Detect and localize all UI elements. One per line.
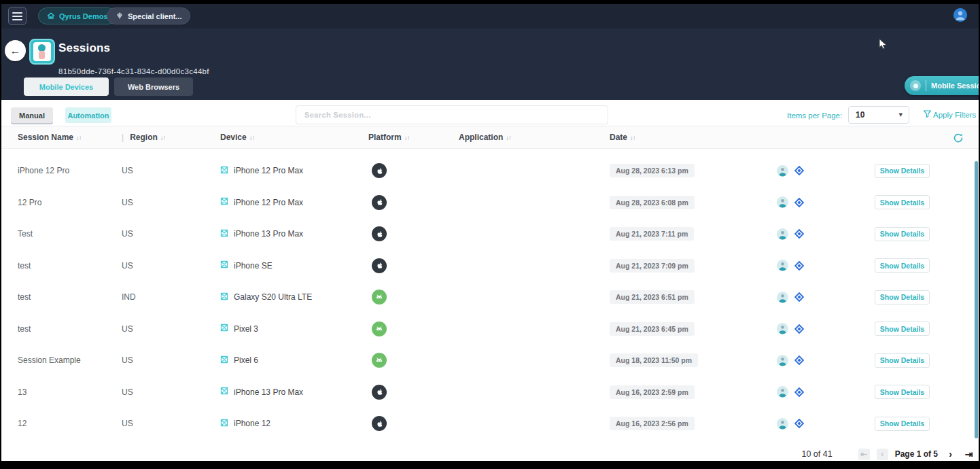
tab-manual[interactable]: Manual <box>11 107 53 123</box>
show-details-button[interactable]: Show Details <box>875 417 930 431</box>
session-diamond-icon[interactable] <box>794 228 805 239</box>
refresh-icon[interactable] <box>953 133 964 146</box>
session-user-icon[interactable] <box>777 292 788 303</box>
session-diamond-icon[interactable] <box>794 387 805 398</box>
sort-icon[interactable]: ↓↑ <box>76 134 82 141</box>
table-row: testUSiPhone SEAug 21, 2023 7:09 pmShow … <box>1 250 979 282</box>
row-actions <box>773 355 841 366</box>
client-pill[interactable]: Special client... <box>107 7 190 24</box>
sort-icon[interactable]: ↓↑ <box>630 134 635 141</box>
session-diamond-icon[interactable] <box>794 165 805 176</box>
next-page-icon[interactable]: › <box>945 449 956 460</box>
row-actions <box>773 292 841 303</box>
last-page-icon[interactable]: ⇥ <box>963 449 975 460</box>
tab-automation[interactable]: Automation <box>65 107 111 123</box>
region-cell: US <box>122 229 220 239</box>
sort-icon[interactable]: ↓↑ <box>249 134 255 141</box>
details-cell: Show Details <box>841 164 979 178</box>
table-row: iPhone 12 ProUSiPhone 12 Pro MaxAug 28, … <box>1 155 979 187</box>
column-label: Platform <box>368 133 402 142</box>
details-cell: Show Details <box>841 195 979 209</box>
device-frame-icon <box>220 260 228 271</box>
session-diamond-icon[interactable] <box>794 260 805 271</box>
first-page-icon[interactable]: ⇤ <box>858 449 870 460</box>
column-label: Date <box>610 133 627 142</box>
session-name-cell: Test <box>18 229 122 239</box>
session-user-icon[interactable] <box>777 418 788 430</box>
device-frame-icon <box>220 355 228 366</box>
show-details-button[interactable]: Show Details <box>875 385 930 399</box>
tab-web-browsers[interactable]: Web Browsers <box>114 77 193 96</box>
search-input[interactable] <box>296 105 608 124</box>
device-cell: iPhone 12 Pro Max <box>220 166 368 176</box>
details-cell: Show Details <box>841 258 979 273</box>
device-name: iPhone 12 <box>234 419 270 428</box>
show-details-button[interactable]: Show Details <box>875 164 930 178</box>
sort-icon[interactable]: ↓↑ <box>506 134 511 141</box>
details-cell: Show Details <box>841 227 979 241</box>
session-user-icon[interactable] <box>777 228 788 240</box>
items-per-page-value: 10 <box>849 110 864 120</box>
tab-mobile-devices[interactable]: Mobile Devices <box>24 77 109 96</box>
user-avatar[interactable] <box>953 8 967 22</box>
sort-icon[interactable]: ↓↑ <box>160 134 166 141</box>
table-row: 12USiPhone 12Aug 16, 2023 2:56 pmShow De… <box>1 408 979 440</box>
device-frame-icon <box>220 197 228 207</box>
session-user-icon[interactable] <box>777 260 788 271</box>
items-per-page-select[interactable]: 10 ▾ <box>848 106 909 124</box>
platform-cell <box>368 258 459 273</box>
chevron-down-icon: ▾ <box>898 110 903 119</box>
home-icon <box>47 12 55 21</box>
date-badge: Aug 21, 2023 7:09 pm <box>610 259 695 273</box>
device-name: Pixel 3 <box>234 324 258 334</box>
details-cell: Show Details <box>841 385 979 399</box>
device-cell: iPhone 13 Pro Max <box>220 387 368 397</box>
platform-cell <box>368 353 459 368</box>
session-user-icon[interactable] <box>777 196 788 208</box>
date-cell: Aug 28, 2023 6:13 pm <box>610 164 773 177</box>
column-divider: | <box>122 133 124 142</box>
vertical-scrollbar[interactable] <box>975 161 978 438</box>
show-details-button[interactable]: Show Details <box>875 195 930 209</box>
show-details-button[interactable]: Show Details <box>875 353 930 368</box>
pagination-bar: 10 of 41 ⇤ ‹ Page 1 of 5 › ⇥ <box>1 447 979 461</box>
session-user-icon[interactable] <box>777 323 788 334</box>
show-details-button[interactable]: Show Details <box>875 258 930 273</box>
session-diamond-icon[interactable] <box>794 355 805 366</box>
row-count-label: 10 of 41 <box>801 449 832 459</box>
date-badge: Aug 21, 2023 6:51 pm <box>610 290 695 304</box>
row-actions <box>773 228 841 240</box>
show-details-button[interactable]: Show Details <box>875 290 930 305</box>
session-user-icon[interactable] <box>777 386 788 398</box>
apple-icon <box>372 416 387 431</box>
session-user-icon[interactable] <box>777 355 788 366</box>
column-header-device: Device↓↑ <box>220 133 368 142</box>
table-body: iPhone 12 ProUSiPhone 12 Pro MaxAug 28, … <box>1 155 979 449</box>
back-button[interactable]: ← <box>5 40 26 61</box>
session-diamond-icon[interactable] <box>794 197 805 208</box>
app-icon <box>29 39 55 65</box>
device-cell: Pixel 3 <box>220 324 368 334</box>
mobile-session-button[interactable]: Mobile Session <box>905 76 979 95</box>
device-name: iPhone 13 Pro Max <box>234 229 303 239</box>
details-cell: Show Details <box>841 322 979 336</box>
apply-filters-button[interactable]: Apply Filters <box>923 109 976 120</box>
date-cell: Aug 16, 2023 2:56 pm <box>610 417 773 430</box>
device-name: iPhone 12 Pro Max <box>234 198 303 207</box>
platform-cell <box>368 195 459 210</box>
prev-page-icon[interactable]: ‹ <box>877 449 888 460</box>
show-details-button[interactable]: Show Details <box>875 322 930 336</box>
show-details-button[interactable]: Show Details <box>875 227 930 241</box>
session-diamond-icon[interactable] <box>794 324 805 334</box>
platform-cell <box>368 290 459 305</box>
android-icon <box>372 322 387 336</box>
session-diamond-icon[interactable] <box>794 292 805 302</box>
session-diamond-icon[interactable] <box>794 418 805 429</box>
header-section: Qyrus Demos Special client... ← Sessions… <box>1 4 979 100</box>
hamburger-menu-icon[interactable] <box>8 7 27 25</box>
workspace-pill[interactable]: Qyrus Demos <box>38 7 117 24</box>
session-user-icon[interactable] <box>777 165 788 177</box>
device-cell: iPhone 12 Pro Max <box>220 197 368 207</box>
platform-cell <box>368 385 459 400</box>
sort-icon[interactable]: ↓↑ <box>404 134 410 141</box>
